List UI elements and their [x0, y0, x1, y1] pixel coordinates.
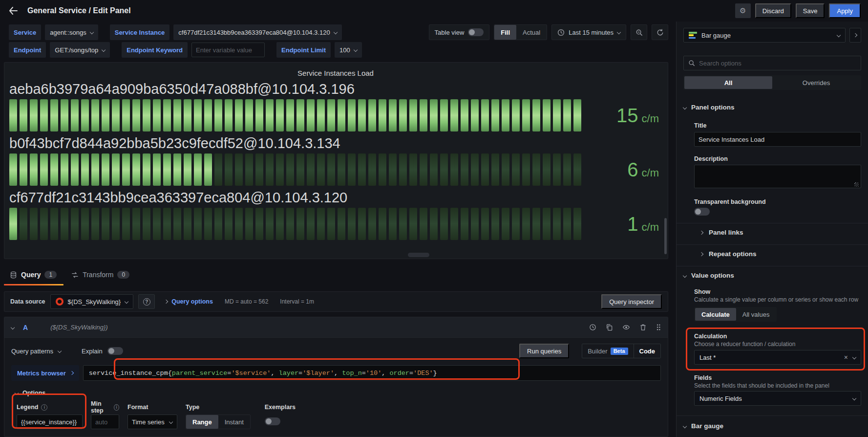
tab-all[interactable]: All	[684, 76, 772, 89]
variable-label-endpoint: Endpoint	[9, 42, 46, 58]
range-option[interactable]: Range	[186, 415, 218, 429]
query-inspector-button[interactable]: Query inspector	[601, 294, 662, 309]
metrics-row: Metrics browser service_instance_cpm{par…	[4, 362, 668, 381]
calculation-select[interactable]: Last * ×	[694, 350, 861, 365]
panel-scrollbar[interactable]	[664, 218, 667, 254]
chevron-down-icon	[852, 396, 856, 400]
top-bar-actions: ⚙ Discard Save Apply	[735, 3, 861, 18]
back-arrow-icon[interactable]	[6, 3, 21, 18]
duplicate-icon[interactable]	[606, 324, 613, 331]
query-patterns-dropdown[interactable]: Query patterns	[11, 348, 53, 355]
trash-icon[interactable]	[639, 324, 647, 331]
panel-toolbar: Table view Fill Actual Last 15 minutes	[429, 24, 668, 40]
time-range-picker[interactable]: Last 15 minutes	[551, 24, 626, 40]
tab-overrides[interactable]: Overrides	[772, 76, 860, 89]
format-field: Format Time series	[127, 403, 177, 429]
gauge-value: 15c/m	[585, 106, 662, 125]
fields-select[interactable]: Numeric Fields	[694, 391, 861, 406]
legend-field: Legendi	[17, 403, 83, 429]
time-range-label: Last 15 minutes	[569, 29, 614, 36]
chevron-down-icon	[683, 273, 687, 277]
table-view-label: Table view	[435, 29, 465, 36]
gauge-label: cf677df21c3143bb9cea363397eca804@10.104.…	[9, 189, 662, 206]
variable-picker-endpoint[interactable]: GET:/songs/top	[50, 42, 110, 58]
query-options-toggle[interactable]: Query options	[165, 298, 213, 305]
visualization-picker[interactable]: Bar gauge	[683, 28, 846, 43]
textarea-resize-handle[interactable]	[854, 182, 859, 187]
chevron-right-icon	[69, 371, 73, 375]
history-icon[interactable]	[589, 324, 596, 331]
variables-row-1: Service agent::songs Service Instance cf…	[9, 24, 668, 40]
builder-option[interactable]: Builder Beta	[582, 344, 633, 358]
query-ref-id: A	[23, 324, 28, 331]
lcd-gauge	[9, 153, 585, 186]
clock-icon	[557, 29, 565, 36]
datasource-label: Data source	[10, 298, 45, 305]
min-step-input[interactable]	[91, 415, 119, 429]
panel-title: Service Instances Load	[9, 63, 662, 80]
query-row-datasource: (${DS_SkyWalking})	[50, 324, 108, 331]
clear-icon[interactable]: ×	[844, 353, 848, 361]
builder-code-switch: Builder Beta Code	[582, 344, 661, 358]
gauge-label: aeba6b3979a64a909ba6350d47a088bf@10.104.…	[9, 80, 662, 98]
bar-gauge-section-header[interactable]: Bar gauge	[683, 422, 723, 430]
min-step-field: Min stepi	[91, 403, 119, 429]
datasource-help-button[interactable]: ?	[138, 294, 155, 309]
promql-expression-input[interactable]: service_instance_cpm{parent_service='$se…	[83, 365, 661, 381]
panel-options-sidebar: Bar gauge All Overrides Panel options Ti…	[676, 22, 868, 437]
eye-icon[interactable]	[622, 324, 630, 331]
actual-option[interactable]: Actual	[516, 25, 547, 40]
variable-picker-endpoint-limit[interactable]: 100	[335, 42, 362, 58]
transparent-background-toggle[interactable]	[694, 208, 710, 216]
tab-query[interactable]: Query 1	[10, 271, 57, 279]
info-icon: i	[114, 404, 119, 411]
fill-option[interactable]: Fill	[494, 25, 516, 40]
variable-picker-service-instance[interactable]: cf677df21c3143bb9cea363397eca804@10.104.…	[173, 24, 341, 40]
table-view-toggle-group: Table view	[429, 24, 490, 40]
legend-input[interactable]	[17, 415, 83, 429]
drag-handle-icon[interactable]	[656, 324, 661, 331]
exemplars-toggle[interactable]	[265, 417, 280, 425]
instant-option[interactable]: Instant	[218, 415, 250, 429]
metrics-browser-button[interactable]: Metrics browser	[11, 365, 79, 381]
variable-picker-service[interactable]: agent::songs	[45, 24, 98, 40]
run-queries-button[interactable]: Run queries	[519, 344, 569, 358]
transparent-background-label: Transparent background	[694, 198, 766, 205]
beta-badge: Beta	[611, 348, 628, 355]
repeat-options-header[interactable]: Repeat options	[700, 250, 757, 258]
description-label: Description	[694, 155, 728, 162]
apply-button[interactable]: Apply	[829, 3, 861, 18]
panel-settings-button[interactable]: ⚙	[735, 3, 751, 18]
query-row-header[interactable]: A (${DS_SkyWalking})	[4, 317, 668, 338]
calculate-option[interactable]: Calculate	[695, 308, 736, 321]
chevron-down-icon	[125, 300, 128, 304]
discard-button[interactable]: Discard	[755, 3, 791, 18]
panel-description-textarea[interactable]	[694, 165, 861, 188]
fields-description: Select the fields that should be include…	[694, 382, 829, 389]
chevron-right-icon	[853, 33, 857, 37]
show-label: Show	[694, 288, 710, 295]
endpoint-keyword-input[interactable]	[191, 43, 265, 57]
save-button[interactable]: Save	[796, 3, 825, 18]
all-values-option[interactable]: All values	[736, 308, 776, 321]
panel-links-header[interactable]: Panel links	[700, 229, 743, 236]
collapse-options-button[interactable]	[849, 28, 861, 43]
panel-title-input[interactable]	[694, 132, 861, 147]
refresh-button[interactable]	[652, 24, 668, 40]
options-search-input[interactable]	[699, 60, 856, 67]
calculate-allvalues-switch: Calculate All values	[694, 307, 777, 322]
format-select[interactable]: Time series	[127, 415, 177, 429]
table-view-toggle[interactable]	[468, 28, 484, 36]
tab-transform[interactable]: Transform 0	[71, 271, 129, 279]
explain-toggle[interactable]	[107, 347, 123, 355]
panel-resize-handle[interactable]	[408, 253, 429, 257]
code-option[interactable]: Code	[634, 344, 661, 358]
datasource-picker[interactable]: ${DS_SkyWalking}	[50, 294, 134, 309]
magnifier-minus-icon	[635, 29, 643, 36]
panel-options-header[interactable]: Panel options	[683, 104, 735, 111]
options-section-toggle[interactable]: Options	[4, 381, 668, 396]
lcd-gauge	[9, 208, 585, 240]
chevron-right-icon	[699, 252, 703, 256]
value-options-header[interactable]: Value options	[683, 272, 734, 279]
zoom-out-button[interactable]	[631, 24, 647, 40]
